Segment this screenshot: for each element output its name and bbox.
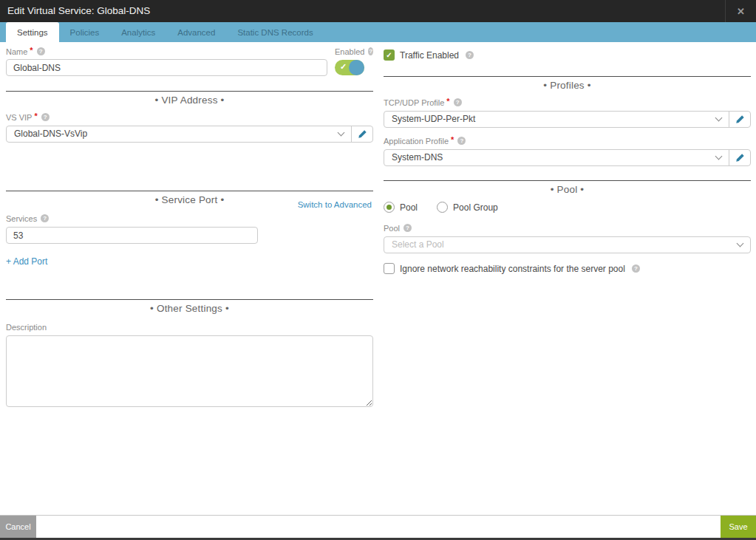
application-profile-edit-button[interactable] — [729, 150, 750, 165]
right-column: ✓ Traffic Enabled ? • Profiles • TCP/UDP… — [384, 46, 751, 410]
help-icon[interactable]: ? — [457, 137, 466, 145]
vs-vip-select[interactable]: Global-DNS-VsVip — [6, 126, 373, 143]
required-mark: * — [451, 135, 454, 144]
chevron-down-icon — [330, 126, 351, 142]
tab-advanced[interactable]: Advanced — [166, 22, 226, 42]
pencil-icon — [735, 153, 745, 163]
pool-select-label: Pool — [384, 224, 400, 233]
pool-section-title: • Pool • — [384, 181, 751, 196]
pool-radio[interactable]: Pool — [384, 202, 418, 213]
services-field-group: Services ? — [6, 213, 373, 244]
chevron-down-icon — [729, 237, 750, 253]
description-field-group: Description — [6, 321, 373, 410]
help-icon[interactable]: ? — [632, 264, 640, 273]
name-input[interactable] — [6, 59, 327, 76]
service-port-section-header: • Service Port • Switch to Advanced — [6, 191, 373, 207]
other-settings-section-title: • Other Settings • — [6, 300, 373, 315]
application-profile-value: System-DNS — [384, 150, 708, 165]
modal-titlebar: Edit Virtual Service: Global-DNS ✕ — [0, 0, 756, 22]
pencil-icon — [735, 115, 745, 124]
tcp-udp-profile-field-group: TCP/UDP Profile * ? System-UDP-Per-Pkt — [384, 97, 751, 128]
tab-static-dns-records[interactable]: Static DNS Records — [226, 22, 324, 42]
profiles-section-header: • Profiles • — [384, 76, 751, 92]
cancel-button[interactable]: Cancel — [0, 516, 36, 538]
pool-select-field-group: Pool ? Select a Pool — [384, 222, 751, 253]
page-title: Edit Virtual Service: Global-DNS — [0, 0, 725, 22]
close-icon: ✕ — [737, 6, 745, 17]
tab-policies[interactable]: Policies — [59, 22, 111, 42]
help-icon[interactable]: ? — [41, 113, 50, 121]
switch-to-advanced-link[interactable]: Switch to Advanced — [298, 200, 372, 209]
edit-virtual-service-modal: Edit Virtual Service: Global-DNS ✕ Setti… — [0, 0, 756, 540]
add-port-link[interactable]: + Add Port — [6, 256, 47, 267]
application-profile-select[interactable]: System-DNS — [384, 149, 751, 166]
description-label: Description — [6, 323, 47, 332]
toggle-knob — [349, 60, 364, 75]
profiles-section-title: • Profiles • — [384, 77, 751, 92]
enabled-toggle[interactable]: ✓ — [335, 60, 364, 75]
chevron-down-icon — [708, 150, 729, 165]
other-settings-section-header: • Other Settings • — [6, 299, 373, 315]
vs-vip-field-group: VS VIP * ? Global-DNS-VsVip — [6, 112, 373, 143]
traffic-enabled-checkbox[interactable]: ✓ Traffic Enabled ? — [384, 49, 751, 61]
help-icon[interactable]: ? — [454, 98, 462, 106]
name-field-group: Name * ? — [6, 46, 327, 76]
tab-settings[interactable]: Settings — [6, 22, 59, 42]
ignore-network-reachability-checkbox[interactable]: Ignore network reachability constraints … — [384, 263, 751, 274]
modal-footer: Cancel Save — [0, 515, 756, 538]
traffic-enabled-label: Traffic Enabled — [400, 50, 459, 61]
required-mark: * — [446, 97, 449, 106]
footer-spacer — [36, 516, 721, 538]
checkbox-unchecked-icon — [384, 263, 395, 274]
chevron-down-icon — [708, 112, 729, 127]
help-icon[interactable]: ? — [403, 224, 412, 232]
application-profile-field-group: Application Profile * ? System-DNS — [384, 135, 751, 166]
close-button[interactable]: ✕ — [725, 0, 756, 22]
ignore-network-reachability-label: Ignore network reachability constraints … — [400, 264, 625, 274]
help-icon[interactable]: ? — [368, 47, 373, 55]
required-mark: * — [30, 46, 33, 55]
tcp-udp-profile-value: System-UDP-Per-Pkt — [384, 112, 708, 127]
pencil-icon — [358, 129, 367, 139]
help-icon[interactable]: ? — [37, 47, 45, 55]
vip-address-section-title: • VIP Address • — [6, 92, 373, 107]
save-button[interactable]: Save — [721, 516, 756, 538]
pool-type-radio-group: Pool Pool Group — [384, 202, 751, 213]
checkbox-checked-icon: ✓ — [384, 49, 395, 61]
services-label: Services — [6, 214, 37, 223]
help-icon[interactable]: ? — [41, 214, 49, 222]
tcp-udp-profile-edit-button[interactable] — [729, 112, 750, 127]
description-textarea[interactable] — [6, 335, 373, 407]
vs-vip-edit-button[interactable] — [351, 126, 372, 142]
name-enabled-row: Name * ? Enabled ? ✓ — [6, 46, 373, 76]
application-profile-label: Application Profile — [384, 137, 449, 146]
check-icon: ✓ — [340, 62, 347, 72]
tab-analytics[interactable]: Analytics — [110, 22, 166, 42]
pool-radio-label: Pool — [400, 202, 418, 213]
tcp-udp-profile-label: TCP/UDP Profile — [384, 98, 444, 107]
tab-bar: Settings Policies Analytics Advanced Sta… — [0, 22, 756, 42]
vs-vip-label: VS VIP — [6, 113, 32, 122]
services-port-input[interactable] — [6, 227, 258, 244]
radio-selected-icon — [384, 202, 395, 213]
enabled-group: Enabled ? ✓ — [335, 46, 373, 76]
name-label: Name — [6, 47, 27, 56]
pool-select[interactable]: Select a Pool — [384, 236, 751, 253]
required-mark: * — [34, 112, 37, 120]
form-content: Name * ? Enabled ? ✓ — [0, 42, 756, 410]
pool-select-placeholder: Select a Pool — [384, 237, 729, 253]
enabled-label: Enabled — [335, 47, 364, 56]
help-icon[interactable]: ? — [466, 51, 474, 59]
left-column: Name * ? Enabled ? ✓ — [6, 46, 373, 410]
vs-vip-value: Global-DNS-VsVip — [7, 126, 330, 142]
pool-group-radio[interactable]: Pool Group — [437, 202, 498, 213]
pool-group-radio-label: Pool Group — [453, 202, 498, 213]
vip-address-section-header: • VIP Address • — [6, 91, 373, 107]
pool-section-header: • Pool • — [384, 180, 751, 196]
radio-unselected-icon — [437, 202, 448, 213]
tcp-udp-profile-select[interactable]: System-UDP-Per-Pkt — [384, 111, 751, 128]
